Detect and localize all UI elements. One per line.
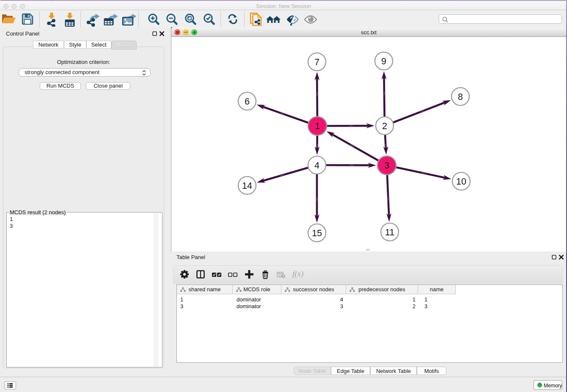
- svg-text:9: 9: [381, 56, 386, 66]
- svg-text:4: 4: [314, 160, 319, 171]
- svg-text:6: 6: [245, 97, 250, 107]
- svg-text:7: 7: [314, 57, 319, 67]
- svg-text:10: 10: [456, 177, 466, 187]
- svg-text:11: 11: [385, 227, 394, 237]
- svg-text:3: 3: [384, 160, 389, 171]
- svg-text:14: 14: [242, 181, 252, 191]
- svg-text:15: 15: [312, 228, 322, 238]
- svg-text:8: 8: [458, 92, 463, 102]
- svg-text:2: 2: [382, 121, 387, 131]
- svg-text:1: 1: [315, 121, 320, 131]
